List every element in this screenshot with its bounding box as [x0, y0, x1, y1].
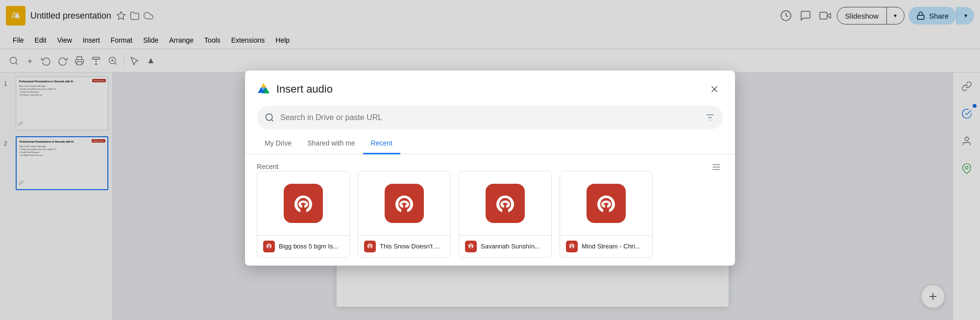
file-meta-2: Savannah Sunshín... — [459, 235, 551, 257]
file-thumb-2 — [459, 171, 551, 235]
file-thumb-1 — [358, 171, 450, 235]
file-grid: Bigg boss 5 bgm Is... — [257, 171, 723, 257]
list-view-button[interactable] — [710, 160, 723, 176]
dialog-search-bar — [257, 105, 723, 129]
insert-audio-dialog: Insert audio My Drive Shared with me Rec… — [245, 70, 735, 265]
file-card-0[interactable]: Bigg boss 5 bgm Is... — [257, 171, 350, 257]
file-thumb-icon-3 — [587, 183, 626, 222]
tab-my-drive[interactable]: My Drive — [257, 133, 299, 154]
file-card-3[interactable]: Mind Stream - Chri... — [560, 171, 653, 257]
svg-rect-31 — [290, 189, 317, 217]
file-card-1[interactable]: This Snow Doesn't ... — [358, 171, 451, 257]
file-name-3: Mind Stream - Chri... — [582, 243, 640, 250]
view-toggle — [710, 160, 723, 176]
file-thumb-icon-1 — [385, 183, 424, 222]
file-meta-icon-0 — [263, 240, 275, 252]
svg-rect-33 — [391, 189, 418, 217]
file-thumb-icon-2 — [486, 183, 525, 222]
file-thumb-icon-0 — [284, 183, 323, 222]
dialog-title: Insert audio — [276, 82, 333, 95]
dialog-content: Recent — [245, 154, 735, 265]
file-meta-0: Bigg boss 5 bgm Is... — [257, 235, 349, 257]
file-thumb-3 — [560, 171, 652, 235]
file-thumb-0 — [257, 171, 349, 235]
tab-shared-with-me[interactable]: Shared with me — [299, 133, 363, 154]
file-meta-1: This Snow Doesn't ... — [358, 235, 450, 257]
search-icon — [265, 112, 274, 122]
file-name-0: Bigg boss 5 bgm Is... — [279, 243, 338, 250]
tab-recent[interactable]: Recent — [363, 133, 400, 154]
file-meta-3: Mind Stream - Chri... — [560, 235, 652, 257]
content-header-row: Recent — [257, 162, 723, 171]
dialog-close-button[interactable] — [706, 80, 723, 98]
file-meta-icon-3 — [566, 240, 578, 252]
dialog-header: Insert audio — [245, 70, 735, 98]
file-name-1: This Snow Doesn't ... — [380, 243, 440, 250]
svg-rect-37 — [592, 189, 620, 217]
svg-rect-35 — [491, 189, 519, 217]
file-meta-icon-2 — [465, 240, 477, 252]
section-label: Recent — [257, 162, 278, 170]
file-name-2: Savannah Sunshín... — [481, 243, 540, 250]
dialog-tabs: My Drive Shared with me Recent — [245, 133, 735, 154]
svg-line-24 — [271, 119, 273, 121]
drive-logo — [257, 81, 270, 97]
file-meta-icon-1 — [364, 240, 376, 252]
filter-icon[interactable] — [705, 112, 715, 123]
svg-point-23 — [266, 114, 272, 120]
file-card-2[interactable]: Savannah Sunshín... — [459, 171, 552, 257]
search-input[interactable] — [280, 113, 699, 122]
